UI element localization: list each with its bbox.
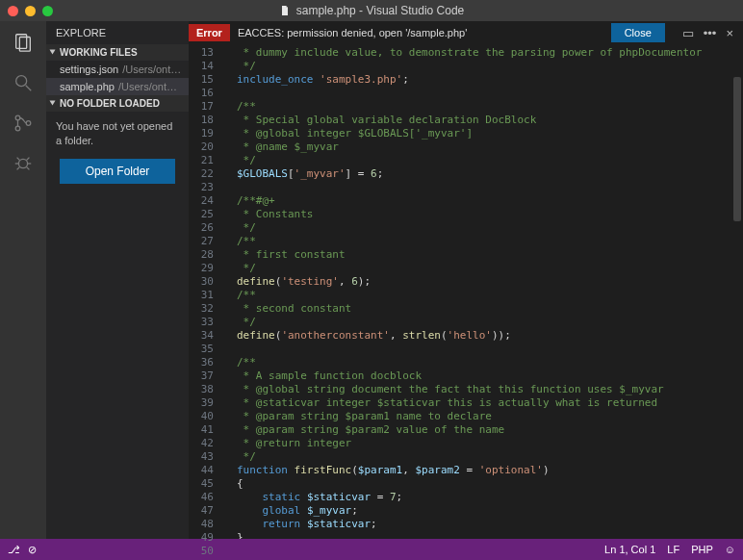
errors-status-icon[interactable]: ⊘	[28, 544, 37, 556]
close-editor-icon[interactable]: ×	[726, 26, 733, 40]
svg-point-4	[15, 115, 20, 120]
notification-bar: Error EACCES: permission denied, open '/…	[189, 21, 673, 44]
working-file-name: sample.php	[60, 81, 115, 92]
sidebar-title: EXPLORE	[46, 21, 189, 44]
status-bar: ⎇ ⊘ Ln 1, Col 1 LF PHP ☺	[0, 539, 743, 560]
git-branch-icon[interactable]: ⎇	[8, 544, 20, 556]
language-mode[interactable]: PHP	[691, 544, 713, 555]
zoom-window-icon[interactable]	[42, 6, 53, 16]
eol-indicator[interactable]: LF	[667, 544, 679, 555]
working-file-path: /Users/ontecnia/...	[122, 64, 183, 75]
cursor-position[interactable]: Ln 1, Col 1	[604, 544, 655, 555]
file-icon	[279, 5, 291, 16]
working-file-row[interactable]: settings.json /Users/ontecnia/...	[46, 61, 189, 78]
working-file-path: /Users/ontecnia/...	[118, 81, 183, 92]
search-icon[interactable]	[10, 69, 37, 96]
working-file-row[interactable]: sample.php /Users/ontecnia/...	[46, 78, 189, 95]
working-file-name: settings.json	[60, 64, 118, 75]
editor-actions: ▭ ••• ×	[673, 21, 743, 44]
open-folder-button[interactable]: Open Folder	[60, 159, 175, 184]
svg-line-12	[17, 167, 20, 170]
debug-icon[interactable]	[10, 150, 37, 177]
close-window-icon[interactable]	[8, 6, 18, 16]
svg-line-3	[26, 86, 32, 91]
window-title: sample.php - Visual Studio Code	[279, 4, 465, 17]
error-badge: Error	[189, 24, 230, 41]
code-editor[interactable]: * dummy include value, to demonstrate th…	[221, 44, 743, 539]
explorer-sidebar: EXPLORE WORKING FILES settings.json /Use…	[46, 21, 189, 539]
minimize-window-icon[interactable]	[25, 6, 36, 16]
svg-line-10	[17, 158, 20, 161]
no-folder-header[interactable]: NO FOLDER LOADED	[46, 95, 189, 112]
svg-point-2	[16, 76, 27, 87]
close-notification-button[interactable]: Close	[611, 23, 665, 42]
working-files-header[interactable]: WORKING FILES	[46, 44, 189, 61]
activity-bar	[0, 21, 46, 539]
svg-point-7	[18, 159, 27, 167]
split-editor-icon[interactable]: ▭	[682, 26, 694, 40]
svg-line-13	[27, 158, 30, 161]
no-folder-message: You have not yet opened a folder.	[46, 112, 189, 159]
source-control-icon[interactable]	[10, 110, 37, 137]
traffic-lights	[8, 6, 53, 16]
feedback-icon[interactable]: ☺	[725, 544, 735, 555]
editor-area: Error EACCES: permission denied, open '/…	[189, 21, 743, 539]
more-actions-icon[interactable]: •••	[704, 26, 717, 40]
svg-point-6	[26, 121, 31, 126]
explorer-icon[interactable]	[10, 29, 37, 56]
window-title-text: sample.php - Visual Studio Code	[296, 4, 465, 17]
titlebar: sample.php - Visual Studio Code	[0, 0, 743, 21]
svg-line-11	[27, 167, 30, 170]
error-message: EACCES: permission denied, open '/sample…	[238, 27, 611, 38]
scrollbar-thumb[interactable]	[733, 77, 741, 221]
svg-point-5	[15, 126, 20, 131]
line-number-gutter: 1314151617181920212223242526272829303132…	[189, 44, 221, 539]
